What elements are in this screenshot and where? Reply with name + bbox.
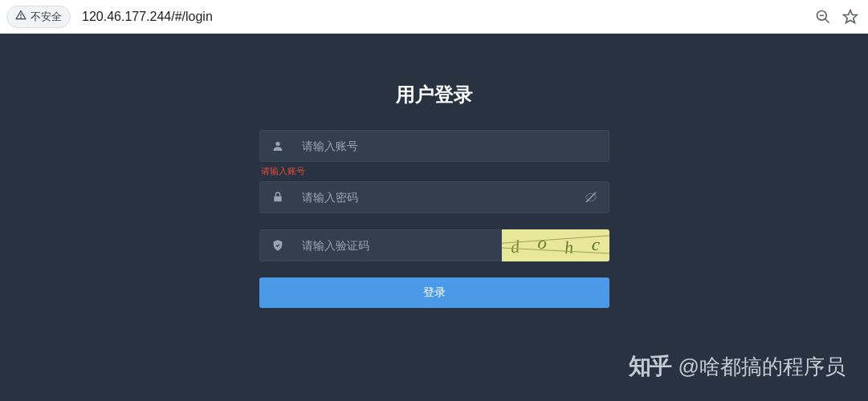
login-page: 用户登录 请输入账号 [0,34,868,401]
password-field[interactable] [259,181,609,213]
captcha-char: h [564,237,575,259]
zhihu-logo: 知乎 [629,351,670,382]
captcha-image[interactable]: d o h c [502,229,609,261]
password-input[interactable] [302,191,585,204]
zoom-icon[interactable] [812,6,834,28]
user-icon [271,140,284,152]
svg-marker-5 [844,10,858,22]
captcha-char: d [510,236,521,257]
username-field[interactable] [259,130,609,162]
bookmark-star-icon[interactable] [839,6,862,28]
captcha-field[interactable] [259,229,502,261]
svg-point-6 [275,142,279,146]
watermark: 知乎 @啥都搞的程序员 [629,351,846,382]
captcha-input[interactable] [302,239,490,252]
username-input[interactable] [302,140,597,152]
shield-icon [271,239,284,252]
url-input[interactable] [75,10,807,24]
lock-icon [271,191,284,204]
security-chip[interactable]: 不安全 [6,6,71,28]
captcha-char: c [591,234,601,256]
security-label: 不安全 [31,10,62,24]
eye-icon[interactable] [585,191,597,204]
browser-address-bar: 不安全 [0,0,868,34]
svg-rect-7 [274,196,281,202]
login-form: 请输入账号 d o h c 登录 [259,130,609,308]
page-title: 用户登录 [396,82,473,107]
captcha-row: d o h c [259,229,609,261]
username-error: 请输入账号 [259,165,609,177]
warning-icon [15,10,26,23]
captcha-char: o [536,232,548,253]
svg-line-3 [825,18,829,22]
watermark-text: @啥都搞的程序员 [679,353,846,381]
svg-point-1 [21,18,22,18]
login-button[interactable]: 登录 [259,277,609,308]
